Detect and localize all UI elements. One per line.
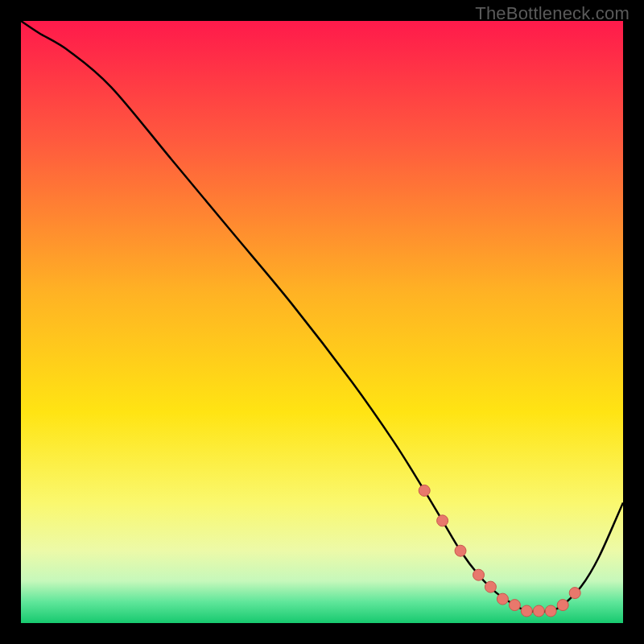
data-point — [485, 581, 496, 592]
data-point — [569, 588, 580, 599]
gradient-background — [21, 21, 623, 623]
data-point — [497, 593, 508, 605]
data-point — [545, 605, 556, 617]
data-point — [473, 569, 485, 580]
data-point — [533, 605, 544, 617]
data-point — [437, 515, 448, 526]
data-point — [521, 605, 532, 617]
data-point — [557, 600, 568, 611]
data-point — [509, 600, 520, 611]
bottleneck-curve-chart — [21, 21, 623, 623]
data-point — [419, 485, 430, 496]
data-point — [455, 545, 466, 556]
